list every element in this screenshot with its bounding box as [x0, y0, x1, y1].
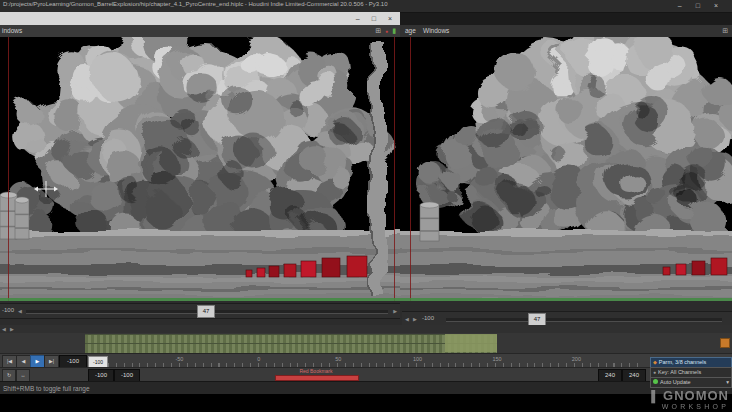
ruler-frame-label: -50: [175, 356, 183, 362]
menu-windows-2[interactable]: Windows: [423, 25, 449, 37]
float-close-icon[interactable]: ×: [388, 12, 392, 25]
interrupt-button[interactable]: [720, 338, 730, 348]
houdini-window: D:/projects/PyroLearning/Gnomon_BarrelEx…: [0, 0, 732, 412]
ruler-frame-label: 50: [335, 356, 341, 362]
left-slider-prev-icon[interactable]: ◀: [18, 308, 22, 314]
divider-prev-icon[interactable]: ◀: [2, 326, 6, 332]
float-window-menubar: indows ⊞ ● ▮: [0, 25, 400, 37]
playbar-side-widgets: ◆Parm, 3/8 channels ●Key: All Channels A…: [650, 357, 732, 386]
letterbox-band: [0, 394, 732, 412]
divider-next-icon[interactable]: ▶: [10, 326, 14, 332]
status-bar: Shift+RMB to toggle full range: [0, 381, 732, 395]
key-scope-label: Key: All Channels: [658, 369, 701, 375]
float-maximize-icon[interactable]: □: [372, 12, 376, 25]
cache-band: [0, 333, 732, 353]
main-pane-menubar: age Windows ⊞: [400, 25, 732, 37]
ruler-frame-label: 0: [257, 356, 260, 362]
chevron-down-icon: ▾: [726, 378, 729, 386]
playback-range-row: ↻ ↔ -100 -100 Red Bookmark 240 240: [0, 367, 732, 382]
watermark-line1: GNOMON: [663, 388, 729, 403]
pane-grid-icon[interactable]: ⊞: [722, 26, 728, 36]
cache-cooking-segment: [445, 334, 497, 352]
record-icon[interactable]: ●: [385, 26, 388, 37]
left-flipbook-slider[interactable]: -100 ◀ ▶ 47: [0, 303, 400, 319]
menu-image[interactable]: age: [405, 25, 416, 37]
status-hint: Shift+RMB to toggle full range: [3, 385, 90, 392]
float-window-titlebar[interactable]: – □ ×: [0, 12, 400, 26]
gnomon-watermark: ▌GNOMON WORKSHOP: [651, 389, 729, 410]
cook-mode-label: Auto Update: [660, 379, 691, 385]
scoped-channels-label: Parm, 3/8 channels: [659, 359, 706, 365]
close-icon[interactable]: ×: [714, 0, 718, 12]
right-slider-prev-icon[interactable]: ◀: [405, 316, 409, 322]
right-viewport-canvas[interactable]: [400, 37, 732, 301]
bottom-panel: -100 ◀ ▶ 47 ◀ ▶ -100 47 ◀ ▶ |◀: [0, 301, 732, 394]
left-viewport-canvas[interactable]: [0, 37, 400, 301]
watermark-line2: WORKSHOP: [651, 403, 729, 410]
cook-status-icon: [653, 379, 658, 384]
meter-icon[interactable]: ▮: [392, 26, 396, 37]
ruler-frame-label: 100: [413, 356, 422, 362]
gnomon-logo-icon: ▌: [651, 391, 660, 402]
right-slider-track[interactable]: [446, 318, 722, 322]
playbar: |◀ ◀ ▶ ▶| -100 -50050100150200 -100: [0, 353, 732, 368]
ruler-frame-label: 150: [492, 356, 501, 362]
float-minimize-icon[interactable]: –: [356, 12, 360, 25]
cook-mode-selector[interactable]: Auto Update ▾: [650, 377, 732, 388]
right-slider-next-icon[interactable]: ▶: [413, 316, 417, 322]
key-icon: ●: [653, 368, 656, 376]
timeline-ruler[interactable]: -50050100150200: [100, 358, 640, 367]
menu-windows[interactable]: indows: [2, 25, 22, 37]
channels-icon: ◆: [653, 358, 657, 366]
ruler-frame-label: 200: [572, 356, 581, 362]
minimize-icon[interactable]: –: [678, 0, 682, 12]
left-slider-next-icon[interactable]: ▶: [393, 308, 397, 314]
layout-grid-icon[interactable]: ⊞: [375, 26, 381, 37]
left-slider-handle[interactable]: 47: [197, 305, 215, 318]
left-slider-range-start: -100: [2, 307, 14, 313]
window-title: D:/projects/PyroLearning/Gnomon_BarrelEx…: [3, 1, 388, 7]
right-slider-range-start: -100: [422, 315, 434, 321]
maximize-icon[interactable]: □: [696, 0, 700, 12]
bookmark-label: Red Bookmark: [275, 368, 357, 374]
